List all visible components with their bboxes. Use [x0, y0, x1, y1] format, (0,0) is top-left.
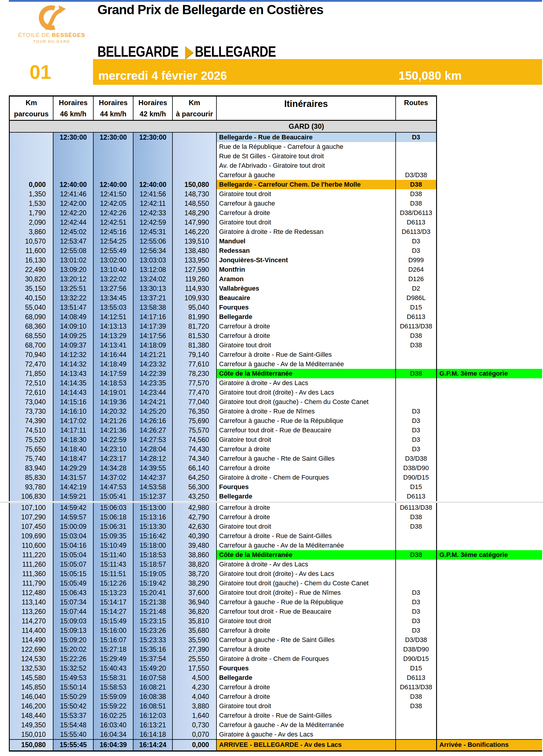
table-row: 93,78014:42:1914:47:5314:53:5856,300Four…: [9, 482, 542, 492]
h44-cell: 15:06:03: [94, 503, 133, 512]
h44-cell: 14:20:32: [94, 407, 133, 416]
header-line1: Km: [189, 99, 200, 107]
kmr-cell: 114,930: [173, 284, 217, 293]
route-cell: D3/D38: [396, 635, 437, 645]
h44-cell: 15:14:17: [94, 597, 133, 607]
itin-cell: Giratoire tout droit: [217, 340, 396, 350]
km-cell: 11,600: [9, 246, 53, 255]
h42-cell: 12:40:00: [133, 180, 173, 189]
km-cell: [9, 170, 53, 180]
itin-cell: ARRIVEE - BELLEGARDE - Av des Lacs: [217, 740, 396, 750]
h42-cell: 15:21:48: [133, 607, 173, 616]
table-row: 114,27015:09:0315:15:4915:23:1535,810Gir…: [9, 616, 542, 626]
h46-cell: 12:45:02: [53, 227, 94, 237]
kmr-cell: 0,000: [173, 740, 217, 750]
note-cell: [437, 588, 542, 597]
note-cell: [437, 303, 542, 312]
h44-cell: 16:04:34: [94, 730, 133, 739]
route-cell: D38: [396, 199, 437, 208]
kmr-cell: 146,220: [173, 227, 217, 237]
kmr-cell: 78,230: [173, 369, 217, 378]
itin-cell: Giratoire à droite - Chem de Fourques: [217, 654, 396, 664]
h46-cell: 14:16:10: [53, 407, 94, 416]
table-row: 111,36015:05:1515:11:5115:19:0538,720Gir…: [9, 569, 542, 579]
km-cell: 146,040: [9, 692, 53, 701]
header-line1: Horaires: [59, 99, 87, 107]
table-row: 71,85014:13:4314:17:5914:22:3978,230Côte…: [9, 369, 542, 378]
h44-cell: 16:03:40: [94, 720, 133, 730]
h42-cell: 14:42:37: [133, 473, 173, 482]
km-cell: 70,940: [9, 350, 53, 359]
note-cell: [437, 170, 542, 180]
itin-cell: Carrefour à gauche - Rte de Saint Gilles: [217, 635, 396, 645]
route-cell: [396, 378, 437, 388]
kmr-cell: 81,990: [173, 312, 217, 322]
h42-cell: 14:23:35: [133, 378, 173, 388]
h46-cell: 15:50:29: [53, 692, 94, 701]
h46-cell: [53, 151, 94, 161]
h42-cell: 13:03:03: [133, 255, 173, 265]
header-line2: 42 km/h: [140, 110, 166, 118]
itin-cell: Giratoire à droite - Chem de Fourques: [217, 473, 396, 482]
kmr-cell: 38,290: [173, 579, 217, 588]
column-header-route: Routes: [396, 97, 437, 120]
logo-text-line1: ÉTOILE DE BESSÈGES: [16, 32, 87, 38]
km-cell: [9, 161, 53, 170]
kmr-cell: 81,530: [173, 331, 217, 340]
h46-cell: 15:07:44: [53, 607, 94, 616]
h44-cell: 13:27:56: [94, 284, 133, 293]
h46-cell: 14:59:42: [53, 503, 94, 512]
note-cell: [437, 444, 542, 454]
km-cell: 111,260: [9, 560, 53, 569]
h42-cell: 14:25:20: [133, 407, 173, 416]
h42-cell: 12:56:34: [133, 246, 173, 255]
itin-cell: Carrefour à gauche: [217, 170, 396, 180]
km-cell: 111,360: [9, 569, 53, 579]
itin-cell: Giratoire tout droit: [217, 701, 396, 711]
h46-cell: 12:42:20: [53, 208, 94, 218]
table-row: 109,69015:03:0415:09:3515:16:4240,390Car…: [9, 531, 542, 541]
table-row: 16,13013:01:0213:02:0013:03:03133,950Jon…: [9, 255, 542, 265]
route-cell: D38: [396, 369, 437, 378]
note-cell: [437, 255, 542, 265]
h46-cell: 15:50:42: [53, 701, 94, 711]
h44-cell: 14:37:02: [94, 473, 133, 482]
table-row: 150,08015:55:4516:04:3916:14:240,000ARRI…: [9, 739, 542, 750]
stage-banner: mercredi 4 février 2026 150,080 km: [93, 59, 542, 85]
h44-cell: 13:55:03: [94, 303, 133, 312]
kmr-cell: 66,140: [173, 463, 217, 473]
route-cell: [396, 359, 437, 369]
km-cell: 75,520: [9, 435, 53, 444]
kmr-cell: 127,590: [173, 265, 217, 274]
table-row: 111,26015:05:0715:11:4315:18:5738,820Gir…: [9, 560, 542, 569]
table-row: 10,57012:53:4712:54:2512:55:06139,510Man…: [9, 237, 542, 246]
note-cell: [437, 579, 542, 588]
kmr-cell: 38,720: [173, 569, 217, 579]
h42-cell: 14:26:27: [133, 426, 173, 435]
h42-cell: 16:07:58: [133, 673, 173, 682]
km-cell: 114,490: [9, 635, 53, 645]
kmr-cell: 38,860: [173, 550, 217, 560]
kmr-cell: 0,070: [173, 730, 217, 739]
table-row: 30,82013:20:1213:22:0213:24:02119,260Ara…: [9, 274, 542, 284]
route-cell: D264: [396, 265, 437, 274]
h44-cell: [94, 142, 133, 151]
h42-cell: 14:27:53: [133, 435, 173, 444]
km-cell: 107,290: [9, 512, 53, 522]
h44-cell: 12:42:05: [94, 199, 133, 208]
h44-cell: 15:05:41: [94, 492, 133, 501]
note-cell: [437, 312, 542, 322]
kmr-cell: 74,340: [173, 454, 217, 463]
table-row: 122,69015:20:0215:27:1815:35:1627,390Car…: [9, 645, 542, 654]
h46-cell: 15:22:26: [53, 654, 94, 664]
route-cell: D6113/D38: [396, 322, 437, 331]
h42-cell: 14:26:16: [133, 416, 173, 426]
route-cell: D3: [396, 133, 437, 142]
note-cell: [437, 664, 542, 673]
km-cell: 107,100: [9, 503, 53, 512]
route-cell: D3: [396, 588, 437, 597]
note-cell: [437, 522, 542, 531]
h42-cell: 12:42:11: [133, 199, 173, 208]
km-cell: 68,090: [9, 312, 53, 322]
h46-cell: 14:15:16: [53, 397, 94, 407]
